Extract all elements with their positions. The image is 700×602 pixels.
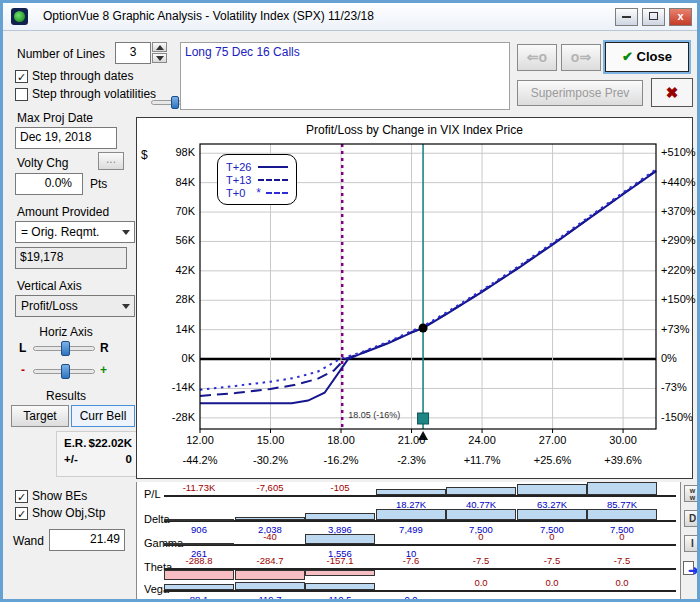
horiz-axis-left-label: L	[19, 341, 26, 355]
lines-spin-down-button[interactable]	[152, 53, 167, 63]
x-axis-pct-tick: -44.2%	[170, 454, 230, 466]
x-axis-tick: 30.00	[593, 434, 653, 446]
greek-bar	[164, 543, 234, 545]
y-axis-right-tick: +220%	[661, 264, 700, 276]
greek-view-button-1[interactable]: D	[684, 510, 700, 527]
legend: T+26T+13T+0*	[217, 154, 297, 205]
step-vols-label: Step through volatilities	[32, 87, 156, 101]
chevron-down-icon	[122, 304, 130, 309]
maximize-button[interactable]	[642, 8, 665, 26]
volty-chg-ellipsis-button[interactable]: ...	[98, 152, 124, 170]
greek-view-button-2[interactable]: I	[684, 535, 700, 552]
amount-provided-label: Amount Provided	[17, 205, 109, 219]
wand-input[interactable]: 21.49	[49, 529, 125, 551]
step-dates-checkbox[interactable]: ✓	[15, 70, 28, 83]
superimpose-prev-button[interactable]: Superimpose Prev	[517, 80, 643, 106]
greek-value: -7.5	[587, 555, 657, 566]
greeks-panel: P/L-11.73K-7,605-10518.27K40.77K63.27K85…	[136, 482, 681, 602]
minimize-button[interactable]	[615, 8, 638, 26]
x-axis-pct-tick: +11.7%	[452, 454, 512, 466]
horiz-axis-label: Horiz Axis	[11, 325, 121, 339]
wand-label: Wand	[13, 534, 44, 548]
minimize-icon	[622, 16, 631, 18]
vertical-axis-value: Profit/Loss	[21, 299, 78, 313]
x-axis-tick: 27.00	[523, 434, 583, 446]
number-of-lines-input[interactable]: 3	[115, 42, 151, 64]
x-axis-tick: 12.00	[170, 434, 230, 446]
next-arrow-icon: o⇒	[571, 49, 591, 65]
x-axis-pct-tick: +39.6%	[593, 454, 653, 466]
title-bar[interactable]: OptionVue 8 Graphic Analysis - Volatilit…	[3, 3, 697, 31]
greek-value: -105	[305, 482, 375, 493]
x-axis-tick: 15.00	[241, 434, 301, 446]
amount-provided-select[interactable]: = Orig. Reqmt.	[15, 221, 135, 243]
greek-value: 0.0	[376, 594, 446, 602]
close-button-label: Close	[637, 49, 672, 64]
greek-bar	[517, 484, 587, 495]
amount-provided-amount: $19,178	[15, 247, 127, 269]
max-proj-date-input[interactable]: Dec 19, 2018	[15, 127, 117, 149]
prev-step-button[interactable]: ⇐o	[517, 44, 557, 71]
curr-bell-button[interactable]: Curr Bell	[71, 405, 135, 427]
cancel-button[interactable]: ✖	[651, 78, 693, 107]
show-bes-checkbox[interactable]: ✓	[15, 490, 28, 503]
x-axis-tick: 18.00	[311, 434, 371, 446]
y-axis-left-tick: 84K	[155, 176, 195, 188]
y-axis-left-tick: 98K	[155, 146, 195, 158]
x-axis-pct-tick: -16.2%	[311, 454, 371, 466]
vertical-axis-select[interactable]: Profit/Loss	[15, 295, 135, 317]
x-axis-pct-tick: -30.2%	[241, 454, 301, 466]
greek-value: -157.1	[305, 555, 375, 566]
greek-row-line	[164, 544, 676, 546]
check-icon: ✔	[622, 49, 633, 64]
zoom-slider[interactable]	[33, 369, 95, 374]
step-vols-checkbox[interactable]	[15, 88, 28, 101]
legend-line-sample	[258, 179, 288, 181]
spin-down-icon	[156, 56, 164, 61]
horiz-axis-slider-thumb[interactable]	[61, 341, 70, 356]
greek-bar	[164, 584, 234, 590]
max-proj-date-label: Max Proj Date	[17, 111, 93, 125]
greek-bar	[587, 482, 657, 495]
zoom-slider-thumb[interactable]	[61, 364, 70, 379]
date-step-slider-thumb[interactable]	[171, 96, 179, 109]
greek-value: -40	[235, 531, 305, 542]
greek-value: 0	[517, 531, 587, 542]
greek-bar	[517, 509, 587, 520]
er-value: $22.02K	[89, 437, 132, 449]
close-button[interactable]: ✔ Close	[605, 42, 689, 72]
er-label: E.R.	[64, 437, 86, 449]
x-axis-pct-tick: +25.6%	[523, 454, 583, 466]
legend-item-T+0: T+0*	[226, 186, 288, 199]
y-axis-right-tick: +370%	[661, 205, 700, 217]
legend-label: T+13	[226, 174, 251, 186]
window-title: OptionVue 8 Graphic Analysis - Volatilit…	[43, 9, 374, 23]
target-button[interactable]: Target	[11, 405, 69, 427]
next-step-button[interactable]: o⇒	[561, 44, 601, 71]
greek-row-line	[164, 590, 676, 592]
position-textbox[interactable]: Long 75 Dec 16 Calls	[180, 42, 510, 110]
greek-bar	[305, 583, 375, 590]
greek-view-button-0[interactable]: w w	[684, 485, 700, 502]
prev-arrow-icon: ⇐o	[527, 49, 547, 65]
horiz-axis-slider[interactable]	[33, 346, 95, 351]
y-axis-right-tick: +73%	[661, 323, 700, 335]
greek-bar	[305, 513, 375, 520]
position-text: Long 75 Dec 16 Calls	[185, 45, 300, 59]
vertical-axis-label: Vertical Axis	[17, 279, 82, 293]
lines-spin-up-button[interactable]	[152, 42, 167, 52]
red-x-icon: ✖	[666, 84, 679, 101]
volty-chg-label: Volty Chg	[17, 156, 68, 170]
y-axis-left-tick: 56K	[155, 234, 195, 246]
y-axis-right-tick: -150%	[661, 411, 700, 423]
y-axis-right-tick: +440%	[661, 176, 700, 188]
export-button[interactable]: ➜	[682, 560, 700, 580]
y-axis-left-tick: 42K	[155, 264, 195, 276]
expected-return-box: E.R. $22.02K +/- 0	[56, 431, 140, 477]
greek-bar	[446, 487, 516, 495]
close-window-button[interactable]: x	[669, 8, 692, 26]
volty-chg-input[interactable]: 0.0%	[15, 173, 83, 195]
greek-bar	[164, 519, 234, 521]
date-step-slider[interactable]	[151, 100, 181, 105]
show-obj-checkbox[interactable]: ✓	[15, 507, 28, 520]
